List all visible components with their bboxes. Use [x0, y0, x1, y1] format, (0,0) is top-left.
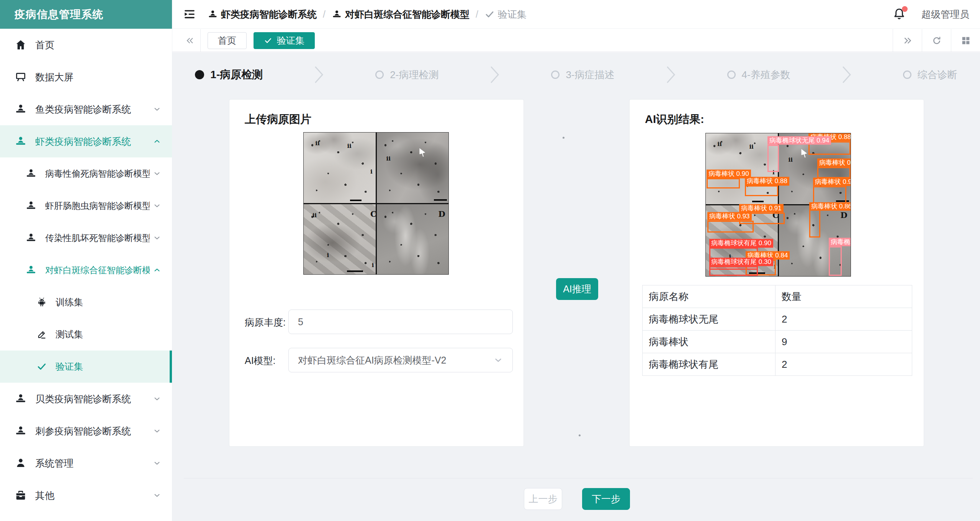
ai-annotated-image: iiiiiiiiiCDii 病毒椭球状无尾 0.9病毒棒状 0.88病毒椭球状无…: [705, 133, 851, 277]
stray-dot: [579, 434, 581, 436]
previous-step-button[interactable]: 上一步: [524, 488, 562, 510]
sidebar-menu: 首页 数据大屏 鱼类疫病智能诊断系统 虾类疫病智能诊断系统 病毒性偷死病智能诊断…: [0, 29, 172, 511]
sidebar-item-other[interactable]: 其他: [0, 479, 172, 511]
layout-grid-icon[interactable]: [951, 29, 980, 52]
step-pathogen-detection[interactable]: 1-病原检测: [195, 67, 263, 82]
sidebar-item-shellfish-system[interactable]: 贝类疫病智能诊断系统: [0, 383, 172, 415]
tab-validation-set[interactable]: 验证集: [254, 32, 315, 49]
sidebar-collapse-icon[interactable]: [183, 8, 196, 21]
top-navbar: 虾类疫病智能诊断系统 / 对虾白斑综合征智能诊断模型 / 验证集 超级管理员: [172, 0, 980, 29]
detection-label: 病毒棒状 0.88: [745, 177, 789, 185]
step-comprehensive-diagnosis[interactable]: 综合诊断: [903, 68, 957, 82]
detection-label: 病毒椭球状有尾 0.90: [709, 239, 773, 247]
step-farming-parameters[interactable]: 4-养殖参数: [727, 68, 790, 82]
sidebar-item-home[interactable]: 首页: [0, 29, 172, 61]
sidebar-item-training-set[interactable]: 训练集: [0, 286, 172, 318]
stray-dot: [563, 137, 564, 139]
image-letter-marker: i: [327, 252, 329, 259]
detection-label: 病毒棒状 0.90: [707, 170, 751, 178]
robot-icon: [36, 297, 47, 308]
detection-box: [707, 221, 754, 233]
current-user[interactable]: 超级管理员: [921, 8, 969, 21]
chevron-down-icon: [153, 491, 161, 500]
detection-overlay: 病毒椭球状无尾 0.9病毒棒状 0.88病毒椭球状无尾 0.94病毒棒状 0.9…: [706, 133, 851, 276]
sidebar-item-validation-set[interactable]: 验证集: [0, 351, 172, 383]
ai-result-panel: AI识别结果: iiiiiiiiiCDii 病毒椭球状无尾 0.9病毒棒状 0.…: [629, 99, 924, 447]
sidebar-item-data-screen[interactable]: 数据大屏: [0, 61, 172, 93]
next-step-button[interactable]: 下一步: [582, 488, 630, 510]
chevron-down-icon: [153, 427, 161, 435]
breadcrumb-wssv-model[interactable]: 对虾白斑综合征智能诊断模型: [332, 8, 470, 21]
step-inactive-ring: [727, 70, 736, 79]
main-content: 1-病原检测 2-病理检测 3-病症描述 4-养殖参数 综合诊断 上传病原图片: [172, 52, 980, 521]
sidebar-item-shrimp-system[interactable]: 虾类疫病智能诊断系统: [0, 125, 172, 157]
detection-box: [813, 186, 846, 203]
abundance-input[interactable]: [288, 310, 513, 334]
check-icon: [264, 36, 272, 45]
upload-pathogen-panel: 上传病原图片 iiiiiiiiiCDii 病原丰度: AI模型: 对虾白斑综合征…: [229, 99, 524, 447]
detection-label: 病毒椭球状有尾 0.30: [709, 257, 773, 266]
result-table: 病原名称 数量 病毒椭球状无尾2病毒棒状9病毒椭球状有尾2: [642, 285, 912, 376]
sidebar-item-imn-model[interactable]: 传染性肌坏死智能诊断模型: [0, 222, 172, 254]
stepper: 1-病原检测 2-病理检测 3-病症描述 4-养殖参数 综合诊断: [172, 66, 980, 84]
image-letter-marker: C: [370, 209, 377, 219]
detection-box: [707, 178, 740, 188]
image-letter-marker: ii: [312, 212, 317, 219]
step-active-dot: [195, 70, 204, 79]
detection-label: 病毒棒状 0.86: [809, 202, 851, 211]
sidebar-item-sea-cucumber-system[interactable]: 刺参疫病智能诊断系统: [0, 415, 172, 447]
pathogen-image: iiiiiiiiiCDii: [303, 132, 449, 275]
image-letter-marker: ii: [347, 143, 351, 149]
sidebar-item-viral-covert-death-model[interactable]: 病毒性偷死病智能诊断模型: [0, 157, 172, 190]
detection-box: [745, 185, 778, 196]
step-pathology-detection[interactable]: 2-病理检测: [375, 68, 438, 82]
notification-bell-icon[interactable]: [892, 7, 906, 21]
check-icon: [36, 361, 47, 372]
sidebar-item-ehp-model[interactable]: 虾肝肠胞虫病智能诊断模型: [0, 190, 172, 222]
ai-inference-button[interactable]: AI推理: [556, 278, 598, 300]
image-letter-marker: ii: [315, 140, 319, 147]
breadcrumb-validation-set[interactable]: 验证集: [484, 8, 527, 21]
step-inactive-ring: [551, 70, 560, 79]
detection-box: [709, 266, 758, 276]
step-chevron-icon: [665, 66, 677, 84]
footer-divider: [184, 478, 973, 478]
tabs-scroll-left-icon[interactable]: [179, 29, 201, 52]
step-inactive-ring: [903, 70, 911, 79]
chevron-down-icon: [493, 355, 503, 365]
pencil-icon: [36, 329, 47, 340]
refresh-icon[interactable]: [922, 29, 951, 52]
service-icon: [25, 200, 37, 211]
service-icon: [15, 135, 27, 147]
breadcrumb-shrimp-system[interactable]: 虾类疫病智能诊断系统: [208, 8, 317, 21]
service-icon: [15, 103, 27, 115]
chevron-down-icon: [153, 459, 161, 467]
sidebar-item-system-management[interactable]: 系统管理: [0, 447, 172, 479]
detection-label: 病毒椭球状无尾 0.94: [767, 136, 831, 144]
chevron-down-icon: [153, 234, 161, 242]
panel-title: 上传病原图片: [245, 112, 311, 127]
detection-box: [829, 246, 842, 276]
detection-box: [767, 145, 779, 172]
tabs-scroll-right-icon[interactable]: [893, 29, 922, 52]
table-row: 病毒棒状9: [643, 331, 912, 353]
table-header-count: 数量: [775, 285, 912, 308]
detection-label: 病毒棒状 0.91: [813, 178, 851, 186]
sidebar-item-test-set[interactable]: 测试集: [0, 318, 172, 351]
service-icon: [25, 232, 37, 244]
detection-label: 病毒椭球状无尾: [829, 238, 851, 246]
service-icon: [15, 425, 27, 437]
breadcrumb: 虾类疫病智能诊断系统 / 对虾白斑综合征智能诊断模型 / 验证集: [208, 8, 527, 21]
table-header-pathogen: 病原名称: [643, 285, 775, 308]
step-symptom-description[interactable]: 3-病症描述: [551, 68, 614, 82]
sidebar-item-wssv-model[interactable]: 对虾白斑综合征智能诊断模型: [0, 254, 172, 286]
service-icon: [332, 9, 342, 20]
breadcrumb-separator: /: [474, 9, 480, 20]
chevron-down-icon: [153, 105, 161, 113]
tab-home[interactable]: 首页: [208, 32, 247, 49]
ai-model-select[interactable]: 对虾白斑综合征AI病原检测模型-V2: [288, 348, 513, 372]
navbar-right: 超级管理员: [892, 7, 969, 21]
image-letter-marker: D: [438, 209, 445, 219]
sidebar-item-fish-system[interactable]: 鱼类疫病智能诊断系统: [0, 93, 172, 125]
service-icon: [15, 393, 27, 405]
